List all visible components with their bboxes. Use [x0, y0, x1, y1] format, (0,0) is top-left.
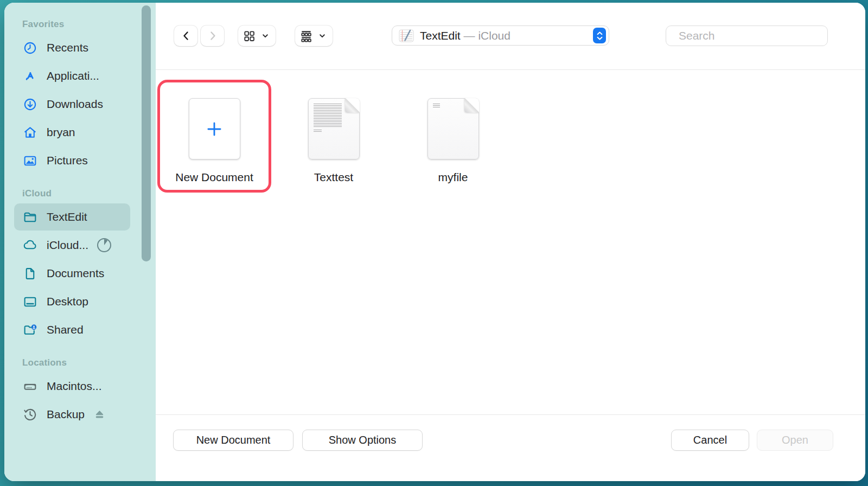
- location-folder-name: iCloud: [478, 29, 510, 42]
- plus-icon: [205, 120, 224, 138]
- sidebar-item-desktop[interactable]: Desktop: [14, 288, 130, 315]
- file-tile-myfile[interactable]: myfile: [396, 80, 510, 193]
- sidebar-item-textedit[interactable]: TextEdit: [14, 203, 130, 231]
- clock-icon: [23, 41, 37, 55]
- download-circle-icon: [23, 97, 37, 112]
- page-fold-corner: [345, 98, 360, 113]
- sidebar-item-home[interactable]: bryan: [14, 119, 130, 146]
- hard-drive-icon: [23, 379, 37, 394]
- location-app-name: TextEdit: [420, 29, 461, 42]
- app-store-icon: [23, 69, 37, 84]
- sidebar-item-documents[interactable]: Documents: [14, 260, 130, 287]
- sidebar-scrollbar[interactable]: [142, 5, 151, 261]
- group-view-icon: [299, 29, 313, 43]
- location-stepper-control[interactable]: [593, 28, 606, 43]
- file-browser-area: New Document Texttest myfile: [156, 70, 865, 414]
- chevron-down-icon: [596, 36, 603, 40]
- sidebar-item-label: Pictures: [47, 154, 88, 167]
- sidebar-item-pictures[interactable]: Pictures: [14, 147, 130, 174]
- sidebar-item-label: Applicati...: [47, 69, 99, 82]
- textedit-app-icon: [398, 29, 414, 43]
- sidebar-item-applications[interactable]: Applicati...: [14, 62, 130, 89]
- sync-progress-pie: [96, 237, 112, 253]
- folder-icon: [23, 210, 37, 225]
- sidebar-section-favorites: Favorites Recents Applicati...: [4, 19, 156, 174]
- location-dropdown[interactable]: TextEdit — iCloud: [392, 25, 609, 46]
- back-button[interactable]: [174, 25, 197, 46]
- chevron-left-icon: [179, 29, 193, 43]
- document-text-preview: [433, 104, 440, 107]
- sidebar-item-label: Backup: [47, 408, 85, 421]
- new-document-button[interactable]: New Document: [173, 430, 293, 451]
- sidebar-item-label: Downloads: [47, 98, 103, 111]
- main-panel: TextEdit — iCloud: [156, 3, 865, 481]
- new-document-page-icon: [189, 98, 240, 159]
- sidebar-item-label: bryan: [47, 126, 75, 139]
- search-field[interactable]: [666, 25, 828, 46]
- open-dialog: Favorites Recents Applicati...: [4, 3, 865, 481]
- forward-button[interactable]: [201, 25, 224, 46]
- chevron-down-icon: [259, 30, 271, 42]
- grid-view-icon: [242, 29, 256, 43]
- document-text-preview: [314, 104, 342, 127]
- sidebar-item-label: Shared: [47, 323, 84, 336]
- shared-folder-icon: [23, 323, 37, 337]
- eject-icon[interactable]: [92, 407, 107, 422]
- chevron-up-icon: [596, 31, 603, 35]
- file-label: Texttest: [314, 171, 353, 184]
- open-button[interactable]: Open: [757, 430, 833, 451]
- search-input[interactable]: [679, 29, 826, 42]
- time-machine-icon: [23, 407, 37, 422]
- finder-sidebar: Favorites Recents Applicati...: [4, 3, 156, 481]
- cloud-icon: [23, 238, 37, 253]
- photo-icon: [23, 154, 37, 168]
- location-separator: —: [464, 29, 475, 42]
- chevron-right-icon: [206, 29, 220, 43]
- home-icon: [23, 125, 37, 140]
- sidebar-section-icloud: iCloud TextEdit iCloud...: [4, 188, 156, 343]
- sidebar-item-label: iCloud...: [47, 239, 88, 252]
- sidebar-item-label: Documents: [47, 267, 104, 280]
- document-page-icon: [308, 98, 360, 159]
- sidebar-item-recents[interactable]: Recents: [14, 34, 130, 61]
- sidebar-item-icloud-drive[interactable]: iCloud...: [14, 232, 130, 259]
- show-options-button[interactable]: Show Options: [302, 430, 423, 451]
- sidebar-section-locations: Locations Macintos...: [4, 357, 156, 428]
- sidebar-item-downloads[interactable]: Downloads: [14, 91, 130, 118]
- icon-view-dropdown[interactable]: [238, 25, 276, 46]
- file-label: myfile: [438, 171, 468, 184]
- sidebar-item-macintosh-hd[interactable]: Macintos...: [14, 373, 130, 400]
- file-tile-texttest[interactable]: Texttest: [277, 80, 391, 193]
- page-fold-corner: [464, 98, 479, 113]
- group-by-dropdown[interactable]: [295, 25, 333, 46]
- sidebar-item-shared[interactable]: Shared: [14, 316, 130, 343]
- desktop-icon: [23, 295, 37, 309]
- cancel-button[interactable]: Cancel: [671, 430, 749, 451]
- sidebar-item-backup[interactable]: Backup: [14, 401, 130, 428]
- sidebar-item-label: Macintos...: [47, 380, 102, 393]
- new-document-tile[interactable]: New Document: [157, 80, 271, 193]
- document-icon: [23, 266, 37, 281]
- chevron-down-icon: [316, 30, 328, 42]
- document-page-icon: [427, 98, 479, 159]
- sidebar-item-label: Desktop: [47, 295, 88, 308]
- section-header: Locations: [4, 357, 156, 372]
- toolbar: TextEdit — iCloud: [156, 3, 865, 70]
- section-header: Favorites: [4, 19, 156, 33]
- sidebar-item-label: Recents: [47, 41, 88, 54]
- sidebar-item-label: TextEdit: [47, 210, 87, 223]
- file-label: New Document: [175, 171, 253, 184]
- dialog-footer: New Document Show Options Cancel Open: [156, 414, 865, 481]
- section-header: iCloud: [4, 188, 156, 202]
